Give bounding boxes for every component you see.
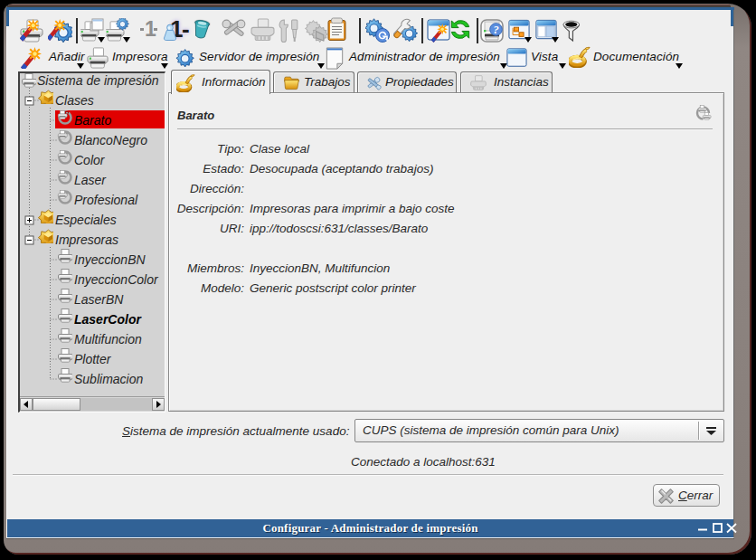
svg-text:?: ? bbox=[493, 24, 498, 36]
